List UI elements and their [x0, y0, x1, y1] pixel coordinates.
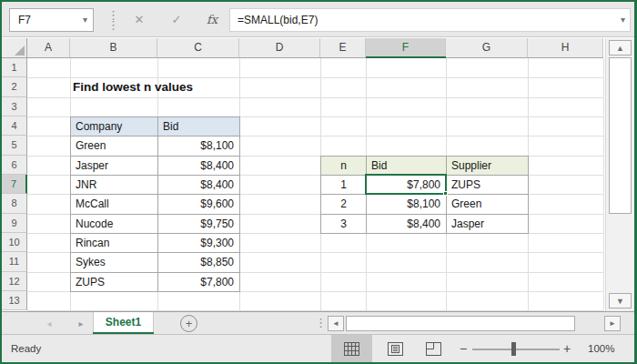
- column-header-e[interactable]: E: [320, 38, 366, 58]
- row-header-13[interactable]: 13: [2, 291, 27, 310]
- zoom-out-button[interactable]: −: [457, 335, 470, 363]
- column-header-c[interactable]: C: [157, 38, 239, 58]
- normal-view-icon: [344, 342, 359, 356]
- bids-table-cell[interactable]: $9,600: [158, 195, 240, 214]
- view-page-layout-button[interactable]: [377, 335, 413, 363]
- zoom-in-button[interactable]: +: [561, 335, 573, 363]
- bids-table-cell[interactable]: JNR: [71, 176, 158, 195]
- zoom-slider-handle[interactable]: [511, 342, 516, 356]
- sheet-tab-bar: ◂ ▸ Sheet1 + ⋮ ◄ ►: [2, 311, 634, 334]
- row-header-3[interactable]: 3: [2, 97, 27, 116]
- formula-bar-expand-icon[interactable]: ▾: [621, 9, 625, 31]
- row-header-10[interactable]: 10: [2, 233, 27, 252]
- bids-table-header-bid[interactable]: Bid: [158, 117, 240, 136]
- bids-table-cell[interactable]: $8,100: [158, 136, 240, 156]
- column-header-a[interactable]: A: [27, 38, 70, 58]
- status-mode: Ready: [11, 335, 41, 363]
- bids-table-cell[interactable]: $7,800: [158, 273, 240, 292]
- name-box[interactable]: F7 ▾: [9, 8, 94, 32]
- results-table-cell[interactable]: Green: [447, 195, 529, 214]
- name-box-dropdown-icon[interactable]: ▾: [83, 9, 87, 31]
- row-header-1[interactable]: 1: [2, 58, 27, 77]
- bids-table-cell[interactable]: Green: [71, 136, 158, 156]
- bids-table-cell[interactable]: Nucode: [71, 215, 158, 234]
- results-table-cell[interactable]: $8,400: [367, 215, 447, 234]
- zoom-level[interactable]: 100%: [588, 335, 614, 363]
- formula-bar-divider: ⋮⋮: [107, 10, 116, 32]
- gridline-vertical: [603, 58, 604, 310]
- view-page-break-button[interactable]: [415, 335, 451, 363]
- results-table-cell[interactable]: ZUPS: [447, 176, 529, 195]
- row-header-12[interactable]: 12: [2, 272, 27, 291]
- tab-next-icon[interactable]: ▸: [75, 317, 87, 331]
- results-table-cell[interactable]: 3: [321, 215, 367, 234]
- row-header-7[interactable]: 7: [2, 175, 27, 194]
- fill-handle[interactable]: [443, 191, 448, 196]
- scroll-down-icon[interactable]: ▼: [609, 293, 632, 308]
- column-header-b[interactable]: B: [70, 38, 157, 58]
- worksheet-title: Find lowest n values: [73, 77, 193, 96]
- row-header-2[interactable]: 2: [2, 77, 27, 96]
- bids-table-cell[interactable]: $8,400: [158, 157, 240, 176]
- bids-table: CompanyBidGreen$8,100Jasper$8,400JNR$8,4…: [70, 116, 240, 292]
- scroll-up-icon[interactable]: ▲: [609, 40, 632, 56]
- bids-table-cell[interactable]: ZUPS: [71, 273, 158, 292]
- column-header-d[interactable]: D: [239, 38, 320, 58]
- name-box-value: F7: [18, 14, 31, 26]
- results-table-header-bid[interactable]: Bid: [367, 157, 447, 176]
- results-table-header-supplier[interactable]: Supplier: [447, 157, 529, 176]
- row-header-9[interactable]: 9: [2, 214, 27, 233]
- formula-input[interactable]: =SMALL(bid,E7) ▾: [229, 8, 631, 32]
- page-break-preview-icon: [426, 342, 441, 356]
- gridline-horizontal: [27, 97, 603, 98]
- column-header-g[interactable]: G: [446, 38, 528, 58]
- add-sheet-button[interactable]: +: [180, 315, 197, 332]
- excel-window: F7 ▾ ⋮⋮ ✕ ✓ fx =SMALL(bid,E7) ▾ ABCDEFGH…: [0, 0, 637, 364]
- results-table-cell[interactable]: Jasper: [447, 215, 529, 234]
- view-normal-button[interactable]: [331, 335, 372, 363]
- selected-column-underline: [366, 56, 446, 59]
- enter-button[interactable]: ✓: [167, 8, 187, 32]
- vertical-scroll-thumb[interactable]: [609, 57, 632, 214]
- bids-table-cell[interactable]: $8,850: [158, 253, 240, 272]
- row-header-8[interactable]: 8: [2, 194, 27, 213]
- insert-function-button[interactable]: fx: [202, 8, 222, 32]
- bids-table-cell[interactable]: $8,400: [158, 176, 240, 195]
- row-header-5[interactable]: 5: [2, 136, 27, 155]
- window-frame-left: [0, 0, 2, 364]
- row-header-4[interactable]: 4: [2, 116, 27, 136]
- bids-table-cell[interactable]: Jasper: [71, 157, 158, 176]
- bids-table-cell[interactable]: McCall: [71, 195, 158, 214]
- formula-bar: F7 ▾ ⋮⋮ ✕ ✓ fx =SMALL(bid,E7) ▾: [2, 2, 634, 37]
- row-header-6[interactable]: 6: [2, 156, 27, 175]
- bids-table-header-company[interactable]: Company: [71, 117, 158, 136]
- select-all-icon: [15, 46, 25, 56]
- row-header-11[interactable]: 11: [2, 252, 27, 271]
- horizontal-scroll-thumb[interactable]: [346, 316, 575, 331]
- tab-sheet1[interactable]: Sheet1: [93, 312, 154, 332]
- cancel-button[interactable]: ✕: [129, 8, 149, 32]
- results-table-cell[interactable]: $8,100: [367, 195, 447, 214]
- scroll-right-icon[interactable]: ►: [604, 316, 621, 331]
- bids-table-cell[interactable]: $9,750: [158, 215, 240, 234]
- selected-cell-outline[interactable]: [365, 174, 447, 195]
- bids-table-cell[interactable]: Rincan: [71, 234, 158, 253]
- status-bar: Ready − + 100%: [2, 334, 634, 362]
- window-frame-top: [0, 0, 637, 2]
- bids-table-cell[interactable]: Sykes: [71, 253, 158, 272]
- page-layout-icon: [388, 342, 403, 356]
- vertical-scrollbar[interactable]: ▲ ▼: [605, 38, 634, 311]
- results-table-cell[interactable]: 1: [321, 176, 367, 195]
- tab-prev-icon[interactable]: ◂: [43, 317, 56, 331]
- formula-text: =SMALL(bid,E7): [238, 14, 318, 26]
- results-table-cell[interactable]: 2: [321, 195, 367, 214]
- zoom-slider-track[interactable]: [472, 349, 560, 350]
- column-header-h[interactable]: H: [528, 38, 603, 58]
- results-table-header-n[interactable]: n: [321, 157, 367, 176]
- bids-table-cell[interactable]: $9,300: [158, 234, 240, 253]
- select-all-corner[interactable]: [2, 38, 27, 58]
- scroll-left-icon[interactable]: ◄: [328, 316, 344, 331]
